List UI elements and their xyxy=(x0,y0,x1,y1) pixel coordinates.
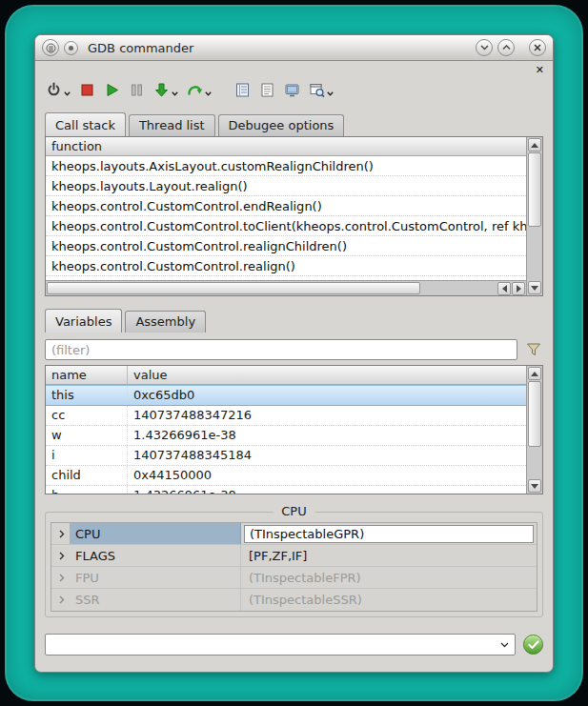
callstack-row[interactable]: kheops.control.CustomControl.realignChil… xyxy=(46,236,526,256)
step-over-dropdown[interactable] xyxy=(205,91,212,98)
cpu-group-title: CPU xyxy=(273,504,314,518)
cpu-groupbox: CPU CPU FLAGS [PF,ZF,IF] FPU (TInspectab… xyxy=(45,512,543,617)
variable-value: 1.43266961e-38 xyxy=(128,486,526,494)
scroll-left-button[interactable] xyxy=(497,282,511,295)
callstack-row[interactable]: kheops.layouts.Layout.realign() xyxy=(46,176,526,196)
callstack-row[interactable]: kheops.control.CustomControl.realign() xyxy=(46,256,526,276)
variable-name: b xyxy=(46,486,128,494)
window-title: GDB commander xyxy=(88,41,193,55)
watch-list-button[interactable] xyxy=(232,80,253,100)
variable-row[interactable]: child 0x44150000 xyxy=(46,466,526,486)
teal-frame: GDB commander ✕ xyxy=(5,5,583,701)
expand-arrow-icon[interactable] xyxy=(54,595,70,604)
source-list-button[interactable] xyxy=(256,80,278,100)
dock-close-button[interactable]: ✕ xyxy=(536,65,544,75)
variable-value: 140737488347216 xyxy=(128,406,526,425)
callstack-row[interactable]: kheops.layouts.AxisLayout.customRealignC… xyxy=(46,156,526,176)
check-icon xyxy=(528,640,539,650)
variable-value: 1.43266961e-38 xyxy=(128,426,526,445)
inspector-dropdown[interactable] xyxy=(327,91,334,98)
triangle-right-icon xyxy=(517,285,521,292)
maximize-button[interactable] xyxy=(497,39,515,56)
cpu-row[interactable]: SSR (TInspectableSSR) xyxy=(51,589,537,611)
step-over-button[interactable] xyxy=(184,80,214,100)
triangle-up-icon xyxy=(531,143,538,148)
triangle-down-icon xyxy=(531,286,538,291)
gdb-commander-window: GDB commander ✕ xyxy=(34,34,554,673)
source-list-icon xyxy=(259,82,275,98)
variable-row[interactable]: cc 140737488347216 xyxy=(46,406,526,426)
vscroll-thumb[interactable] xyxy=(528,381,541,447)
run-button[interactable] xyxy=(101,80,123,100)
command-combobox[interactable] xyxy=(45,634,516,656)
filter-input[interactable] xyxy=(45,339,517,360)
callstack-vscrollbar[interactable] xyxy=(526,137,542,295)
pin-button[interactable] xyxy=(64,41,78,55)
cpu-row[interactable]: FLAGS [PF,ZF,IF] xyxy=(51,545,537,567)
pause-button[interactable] xyxy=(126,80,148,100)
scroll-down-button[interactable] xyxy=(528,281,541,294)
triangle-up-icon xyxy=(531,372,538,376)
tab-variables[interactable]: Variables xyxy=(45,309,122,333)
step-into-button[interactable] xyxy=(151,80,181,100)
pause-icon xyxy=(129,82,145,98)
scroll-up-button[interactable] xyxy=(528,138,541,151)
memory-view-button[interactable] xyxy=(281,80,303,100)
watch-list-icon xyxy=(234,82,251,98)
power-dropdown[interactable] xyxy=(64,91,71,98)
scroll-down-button[interactable] xyxy=(528,479,541,493)
tab-thread-list[interactable]: Thread list xyxy=(129,114,215,136)
vscroll-track[interactable] xyxy=(528,152,541,280)
scroll-up-button[interactable] xyxy=(528,367,541,380)
filter-row xyxy=(45,339,543,360)
step-into-dropdown[interactable] xyxy=(172,91,178,98)
callstack-column-header[interactable]: function xyxy=(46,137,526,156)
cpu-row[interactable]: FPU (TInspectableFPR) xyxy=(51,567,537,589)
inspector-button[interactable] xyxy=(306,80,336,100)
pin-icon xyxy=(68,45,74,51)
ok-button[interactable] xyxy=(523,635,543,655)
dropdown-chevron-icon xyxy=(64,91,71,96)
power-icon xyxy=(46,82,62,98)
cpu-row-value: [PF,ZF,IF] xyxy=(241,549,537,563)
variables-column-value[interactable]: value xyxy=(128,366,526,384)
tab-debugee-options[interactable]: Debugee options xyxy=(218,114,345,136)
command-input[interactable] xyxy=(46,635,497,655)
callstack-row[interactable]: kheops.control.CustomControl.endRealign(… xyxy=(46,196,526,216)
variable-row[interactable]: b 1.43266961e-38 xyxy=(46,486,526,494)
variables-column-name[interactable]: name xyxy=(46,366,128,384)
variables-vscrollbar[interactable] xyxy=(526,366,542,494)
variable-row[interactable]: i 140737488345184 xyxy=(46,446,526,466)
variable-name: this xyxy=(46,386,128,405)
power-button[interactable] xyxy=(43,80,73,100)
hscroll-thumb[interactable] xyxy=(47,282,420,294)
tab-call-stack[interactable]: Call stack xyxy=(45,112,126,136)
vscroll-track[interactable] xyxy=(528,381,541,478)
tab-assembly[interactable]: Assembly xyxy=(125,311,206,333)
stop-button[interactable] xyxy=(76,80,98,100)
chevron-down-icon xyxy=(500,642,509,648)
expand-arrow-icon[interactable] xyxy=(54,552,70,560)
scroll-right-button[interactable] xyxy=(512,282,525,295)
variable-value: 140737488345184 xyxy=(128,446,526,465)
cpu-row[interactable]: CPU xyxy=(51,523,537,545)
titlebar[interactable]: GDB commander xyxy=(35,35,553,61)
variable-name: cc xyxy=(46,406,128,425)
inspector-icon xyxy=(309,82,325,98)
app-menu-button[interactable] xyxy=(42,39,59,56)
filter-button[interactable] xyxy=(524,342,543,357)
callstack-row[interactable]: kheops.control.CustomControl.toClient(kh… xyxy=(46,216,526,236)
callstack-hscrollbar[interactable] xyxy=(46,280,526,295)
combo-dropdown-button[interactable] xyxy=(497,642,512,648)
chevron-down-icon xyxy=(480,45,489,50)
expand-arrow-icon[interactable] xyxy=(54,574,70,582)
variable-row[interactable]: this 0xc65db0 xyxy=(46,385,526,406)
vscroll-thumb[interactable] xyxy=(528,152,541,227)
cpu-value-field[interactable] xyxy=(244,525,534,543)
variable-name: w xyxy=(46,426,128,445)
shade-button[interactable] xyxy=(476,39,493,56)
command-row xyxy=(45,634,543,656)
expand-arrow-icon[interactable] xyxy=(54,530,70,538)
close-button[interactable] xyxy=(529,39,546,56)
variable-row[interactable]: w 1.43266961e-38 xyxy=(46,426,526,446)
